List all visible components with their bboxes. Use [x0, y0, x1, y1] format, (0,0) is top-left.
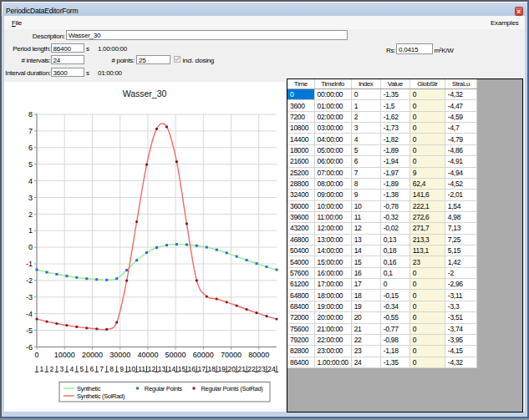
svg-text:7: 7 — [99, 365, 104, 373]
svg-text:4: 4 — [28, 177, 33, 185]
svg-text:2: 2 — [50, 365, 54, 373]
svg-text:15: 15 — [178, 365, 186, 373]
svg-text:20000: 20000 — [82, 351, 103, 359]
svg-text:1: 1 — [28, 226, 33, 235]
svg-text:7: 7 — [28, 127, 33, 135]
svg-text:17: 17 — [198, 365, 206, 373]
svg-text:5: 5 — [79, 365, 84, 373]
svg-text:-5: -5 — [26, 326, 33, 335]
svg-text:0: 0 — [28, 243, 33, 251]
svg-text:2: 2 — [28, 210, 33, 219]
svg-text:Regular Points (SolRad): Regular Points (SolRad) — [201, 385, 264, 392]
svg-text:60000: 60000 — [193, 351, 214, 359]
svg-text:Wasser_30: Wasser_30 — [123, 89, 167, 99]
svg-text:5: 5 — [28, 160, 33, 169]
svg-text:-6: -6 — [26, 343, 33, 352]
svg-text:13: 13 — [158, 365, 166, 373]
svg-text:Synthetic (SolRad): Synthetic (SolRad) — [77, 392, 125, 400]
svg-text:0: 0 — [34, 351, 38, 359]
svg-text:8: 8 — [109, 365, 114, 373]
svg-text:10000: 10000 — [54, 351, 75, 359]
svg-text:14: 14 — [168, 365, 176, 373]
svg-text:9: 9 — [120, 365, 124, 373]
svg-text:20: 20 — [227, 365, 236, 373]
svg-text:11: 11 — [138, 365, 145, 373]
svg-text:50000: 50000 — [165, 351, 186, 359]
svg-text:16: 16 — [188, 365, 196, 373]
svg-text:12: 12 — [148, 365, 156, 373]
svg-text:6: 6 — [89, 365, 94, 373]
svg-text:10: 10 — [128, 365, 136, 373]
svg-text:Synthetic: Synthetic — [77, 385, 101, 392]
svg-text:40000: 40000 — [137, 351, 158, 359]
svg-text:3: 3 — [28, 194, 33, 202]
svg-text:-3: -3 — [26, 293, 33, 301]
svg-text:-1: -1 — [26, 260, 33, 268]
svg-text:24: 24 — [267, 365, 276, 373]
svg-text:3: 3 — [60, 365, 64, 373]
svg-text:80000: 80000 — [248, 351, 269, 359]
svg-text:-4: -4 — [26, 310, 33, 318]
svg-text:23: 23 — [257, 365, 266, 373]
svg-text:70000: 70000 — [221, 351, 242, 359]
svg-text:6: 6 — [28, 144, 33, 152]
svg-text:30000: 30000 — [109, 351, 130, 359]
svg-text:21: 21 — [237, 365, 246, 373]
svg-text:4: 4 — [69, 365, 74, 373]
svg-text:19: 19 — [217, 365, 226, 373]
svg-text:-2: -2 — [26, 276, 33, 285]
svg-text:18: 18 — [208, 365, 216, 373]
svg-text:1: 1 — [40, 365, 44, 373]
svg-text:8: 8 — [28, 110, 33, 119]
svg-text:Regular Points: Regular Points — [145, 385, 183, 392]
svg-text:22: 22 — [247, 365, 256, 373]
